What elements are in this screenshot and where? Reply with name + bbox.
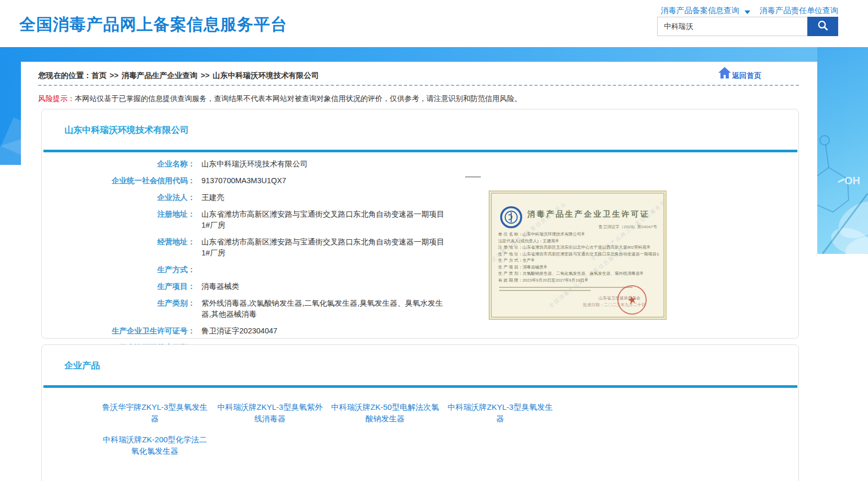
certificate-title: 消毒产品生产企业卫生许可证 [527,209,650,219]
company-card: 山东中科瑞沃环境技术有限公司 企业名称： 山东中科瑞沃环境技术有限公司 企业统一… [41,109,799,339]
field-value: 消毒器械类 [201,281,240,292]
field-value: 王建亮 [201,192,224,203]
nav-link-unit-query[interactable]: 消毒产品责任单位查询 [760,6,838,16]
field-row-production-category: 生产类别： 紫外线消毒器,次氯酸钠发生器,二氧化氯发生器,臭氧发生器、臭氧水发生… [42,298,455,320]
breadcrumb-separator: >> [110,71,119,80]
field-value: 紫外线消毒器,次氯酸钠发生器,二氧化氯发生器,臭氧发生器、臭氧水发生器,其他器械… [201,298,445,320]
product-link[interactable]: 鲁沃华宇牌ZKYL-3型臭氧发生器 [99,401,210,424]
license-certificate-image: 全国消毒产品网上备案信息服务平台 全国消毒产品网上备案信息服务平台 全国消毒产品… [489,191,667,320]
card-title-rule [43,150,797,152]
certificate-emblem-icon [499,205,523,229]
site-title: 全国消毒产品网上备案信息服务平台 [19,14,287,36]
certificate-line: 法定代表人(或负责人)：王建亮※ [498,238,659,245]
card-title-rule [43,385,797,388]
field-row-registered-address: 注册地址： 山东省潍坊市高新区潍安路与宝通街交叉路口东北角自动变速器一期项目1#… [42,209,455,231]
search-button[interactable] [807,17,838,36]
search-input[interactable] [657,17,807,36]
field-label: 企业法人： [42,192,195,203]
field-row-legal-person: 企业法人： 王建亮 [42,192,455,203]
field-label: 企业统一社会信用代码： [42,175,195,186]
certificate-line: 单 位 名 称：山东中科瑞沃环境技术有限公司※ [498,231,659,238]
certificate-line: 生 产 方 式：生产※ [498,258,659,264]
product-link[interactable]: 中科瑞沃牌ZK-200型化学法二氧化氯发生器 [99,434,210,457]
risk-notice-label: 风险提示： [38,94,75,103]
products-card-title: 企业产品 [64,360,100,372]
field-value: 鲁卫消证字202304047 [201,326,277,337]
molecule-background: OH [817,47,868,254]
page-header: 全国消毒产品网上备案信息服务平台 消毒产品备案信息查询 消毒产品责任单位查询 [0,0,868,47]
risk-notice-text: 本网站仅基于已掌握的信息提供查询服务，查询结果不代表本网站对被查询对象信用状况的… [75,94,522,103]
certificate-number: 鲁卫消证字（2023）第04047号 [599,224,657,230]
certificate-line: 生 产 项 目：消毒器械类※ [498,264,659,271]
certificate-fineprint [499,287,633,293]
company-card-title: 山东中科瑞沃环境技术有限公司 [64,124,189,136]
certificate-detail-lines: 单 位 名 称：山东中科瑞沃环境技术有限公司※ 法定代表人(或负责人)：王建亮※… [498,231,659,284]
field-value: 91370700MA3M3U1QX7 [201,175,286,186]
nav-link-record-query[interactable]: 消毒产品备案信息查询 [661,6,739,16]
content-panel: 您现在的位置：首页>>消毒产品生产企业查询>>山东中科瑞沃环境技术有限公司 返回… [21,62,817,481]
page: OH 全国消毒产品网上备案信息服务平台 消毒产品备案信息查询 消毒产品责任单位查… [0,0,868,481]
home-icon [718,67,731,81]
field-row-credit-code: 企业统一社会信用代码： 91370700MA3M3U1QX7 [42,175,455,186]
breadcrumb-enterprise-query[interactable]: 消毒产品生产企业查询 [121,71,197,80]
product-list: 鲁沃华宇牌ZKYL-3型臭氧发生器 中科瑞沃牌ZKYL-3型臭氧紫外线消毒器 中… [99,401,560,457]
top-nav: 消毒产品备案信息查询 消毒产品责任单位查询 [661,6,838,16]
field-row-business-address: 经营地址： 山东省潍坊市高新区潍安路与宝通街交叉路口东北角自动变速器一期项目1#… [42,237,455,259]
certificate-line: 生 产 类 别：次氯酸钠发生器、二氧化氯发生器、臭氧发生器、紫外线消毒器※ [498,271,659,277]
product-link[interactable]: 中科瑞沃牌ZK-50型电解法次氯酸钠发生器 [330,401,441,424]
breadcrumb-separator: >> [200,71,209,80]
scan-artifact-dash [465,176,481,177]
field-row-production-method: 生产方式： [42,264,455,275]
certificate-line: 有 效 期 限：2023年9月20日至2027年9月19日※ [498,277,659,284]
field-label: 生产项目： [42,281,195,292]
field-label: 生产类别： [42,298,195,320]
breadcrumb-home[interactable]: 首页 [92,71,107,80]
chevron-down-icon[interactable] [745,7,750,16]
breadcrumb: 您现在的位置：首页>>消毒产品生产企业查询>>山东中科瑞沃环境技术有限公司 [38,71,319,81]
dashed-divider [38,85,799,86]
breadcrumb-prefix: 您现在的位置： [38,71,92,80]
product-link[interactable]: 中科瑞沃牌ZKYL-3型臭氧发生器 [445,401,556,424]
field-row-name: 企业名称： 山东中科瑞沃环境技术有限公司 [42,159,455,170]
risk-notice: 风险提示：本网站仅基于已掌握的信息提供查询服务，查询结果不代表本网站对被查询对象… [38,94,522,104]
field-row-production-project: 生产项目： 消毒器械类 [42,281,455,292]
field-value: 山东省潍坊市高新区潍安路与宝通街交叉路口东北角自动变速器一期项目1#厂房 [201,237,445,259]
back-home-label: 返回首页 [732,71,761,81]
products-card: 企业产品 鲁沃华宇牌ZKYL-3型臭氧发生器 中科瑞沃牌ZKYL-3型臭氧紫外线… [41,344,799,481]
certificate-line: 注 册 地 址：山东省潍坊高新区玉清东街以北中心次干道以西高新大厦902室科苑※ [498,244,659,251]
certificate-line: 生 产 地 址：山东省潍坊市高新区潍安路与宝通街交叉路口东北角自动变速器一期项目… [498,251,659,258]
field-value: 山东省潍坊市高新区潍安路与宝通街交叉路口东北角自动变速器一期项目1#厂房 [201,209,445,231]
field-label: 生产方式： [42,264,195,275]
field-label: 生产企业卫生许可证号： [42,326,195,337]
back-home-link[interactable]: 返回首页 [718,67,761,81]
field-value: 山东中科瑞沃环境技术有限公司 [201,159,308,170]
product-link[interactable]: 中科瑞沃牌ZKYL-3型臭氧紫外线消毒器 [215,401,325,424]
breadcrumb-company[interactable]: 山东中科瑞沃环境技术有限公司 [212,71,319,80]
search-icon [817,19,829,33]
search-bar [657,17,838,36]
company-fields: 企业名称： 山东中科瑞沃环境技术有限公司 企业统一社会信用代码： 9137070… [42,159,455,359]
svg-text:OH: OH [844,175,860,186]
molecule-illustration-icon: OH [817,47,868,254]
field-label: 企业名称： [42,159,195,170]
field-label: 注册地址： [42,209,195,231]
field-row-license-number: 生产企业卫生许可证号： 鲁卫消证字202304047 [42,326,455,337]
field-label: 经营地址： [42,237,195,259]
